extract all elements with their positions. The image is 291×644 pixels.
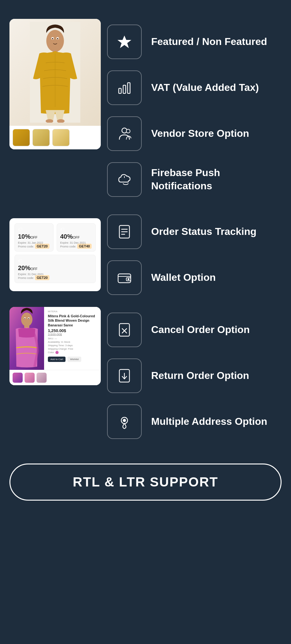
promo-discount-3: 20%OFF: [18, 264, 92, 272]
feature-label-return-order: Return Order Option: [151, 369, 249, 382]
svg-point-9: [57, 38, 58, 39]
saree-color: Color:: [48, 351, 97, 354]
kurti-card: [9, 19, 101, 149]
kurti-illustration: [30, 22, 80, 123]
feature-row-featured: Featured / Non Featured: [107, 19, 282, 65]
feature-label-firebase: Firebase Push Notifications: [151, 166, 282, 192]
svg-point-1: [46, 30, 64, 52]
saree-availability: Availability: In Stock: [48, 341, 97, 343]
wishlist-button[interactable]: Wishlist: [67, 357, 81, 362]
feature-label-wallet: Wallet Option: [151, 271, 216, 284]
saree-action-buttons: Add to Cart Wishlist: [48, 357, 97, 362]
promo-code-label-2: Promo code: GET40: [60, 244, 92, 248]
feature-row-vendor: Vendor Store Option: [107, 111, 282, 157]
promo-card: 🏷 10%OFF Expire: 31 Jan 2022 Promo code:…: [9, 218, 101, 291]
featured-icon-box: [107, 25, 142, 59]
bar-chart-icon: [116, 80, 133, 96]
saree-brand: Mitera: [48, 310, 97, 313]
star-icon: [116, 34, 133, 50]
saree-thumb-2[interactable]: [25, 373, 35, 383]
saree-image-area: Mitera Mitera Pink & Gold-Coloured Silk …: [9, 307, 101, 385]
vendor-icon-box: [107, 116, 142, 151]
kurti-thumb-2[interactable]: [32, 129, 50, 146]
feature-row-multiple-address: Multiple Address Option: [107, 399, 282, 445]
promo-item-40: 🏷 40%OFF Expire: 31 Dec 2021 Promo code:…: [57, 223, 96, 252]
saree-thumbnails: [9, 370, 101, 385]
svg-rect-11: [119, 88, 121, 93]
multiple-address-icon-box: [107, 404, 142, 439]
kurti-image-area: [9, 19, 101, 149]
file-download-icon: [116, 368, 133, 384]
promo-discount-2: 40%OFF: [60, 233, 92, 240]
svg-point-36: [123, 419, 126, 422]
cloud-icon: [116, 171, 133, 188]
saree-sku: SKU: —: [48, 337, 97, 340]
saree-title: Mitera Pink & Gold-Coloured Silk Blend W…: [48, 314, 97, 327]
file-x-icon: [116, 322, 133, 338]
kurti-main-image: [9, 19, 101, 126]
kurti-thumb-1[interactable]: [13, 129, 30, 146]
mid-right-features: Order Status Tracking Wallet Option: [107, 209, 282, 301]
feature-label-vat: VAT (Value Added Tax): [151, 81, 259, 94]
cancel-order-icon-box: [107, 313, 142, 347]
svg-point-15: [126, 129, 130, 133]
order-status-icon-box: [107, 214, 142, 249]
saree-product-info: Mitera Mitera Pink & Gold-Coloured Silk …: [44, 307, 101, 370]
bottom-right-features: Cancel Order Option Return Order Option: [107, 307, 282, 445]
feature-label-featured: Featured / Non Featured: [151, 35, 267, 48]
svg-point-28: [25, 318, 26, 319]
saree-illustration: [9, 307, 44, 370]
page-wrapper: Featured / Non Featured VAT (Value Added…: [0, 0, 291, 519]
saree-shipping-time: Shipping Time: 3 days: [48, 344, 97, 347]
feature-label-cancel-order: Cancel Order Option: [151, 323, 250, 336]
firebase-icon-box: [107, 162, 142, 197]
promo-row-1: 🏷 10%OFF Expire: 31 Jan 2022 Promo code:…: [14, 223, 96, 252]
promo-image-area: 🏷 10%OFF Expire: 31 Jan 2022 Promo code:…: [9, 218, 101, 291]
svg-point-22: [128, 279, 129, 280]
kurti-thumb-3[interactable]: [52, 129, 70, 146]
saree-price: 1,250.00$: [48, 328, 97, 333]
feature-label-order-status: Order Status Tracking: [151, 225, 256, 238]
svg-rect-12: [123, 85, 126, 93]
mid-row: 🏷 10%OFF Expire: 31 Jan 2022 Promo code:…: [9, 209, 282, 301]
rtl-button[interactable]: RTL & LTR SUPPORT: [9, 464, 282, 501]
file-text-icon: [116, 224, 133, 240]
saree-price-old: 3,500.00$: [48, 333, 97, 336]
saree-card: Mitera Mitera Pink & Gold-Coloured Silk …: [9, 307, 101, 385]
svg-rect-20: [118, 274, 131, 283]
feature-row-firebase: Firebase Push Notifications: [107, 157, 282, 203]
feature-row-wallet: Wallet Option: [107, 255, 282, 301]
svg-marker-10: [117, 36, 131, 48]
svg-point-24: [21, 313, 32, 326]
promo-expire-3: Expire: 31 Dec 2021: [18, 273, 92, 276]
svg-rect-30: [119, 324, 129, 336]
feature-label-multiple-address: Multiple Address Option: [151, 415, 267, 428]
rtl-button-label: RTL & LTR SUPPORT: [17, 475, 274, 490]
saree-thumb-1[interactable]: [13, 373, 23, 383]
top-row: Featured / Non Featured VAT (Value Added…: [9, 19, 282, 203]
feature-label-vendor: Vendor Store Option: [151, 127, 249, 140]
top-right-features: Featured / Non Featured VAT (Value Added…: [107, 19, 282, 203]
promo-code-label-3: Promo code: GET20: [18, 276, 92, 280]
saree-thumb-3[interactable]: [37, 373, 47, 383]
saree-shipping-charge: Shipping Charge: Free: [48, 347, 97, 350]
users-icon: [116, 125, 133, 142]
svg-rect-13: [128, 83, 130, 93]
feature-row-cancel-order: Cancel Order Option: [107, 307, 282, 353]
map-pin-icon: [116, 414, 133, 430]
return-order-icon-box: [107, 358, 142, 393]
promo-icon-3: 🏷: [18, 258, 92, 263]
promo-discount-1: 10%OFF: [18, 233, 50, 240]
saree-card-inner: Mitera Mitera Pink & Gold-Coloured Silk …: [9, 307, 101, 370]
svg-point-29: [28, 318, 29, 319]
promo-code-label-1: Promo code: GET20: [18, 244, 50, 248]
kurti-thumbnails: [9, 126, 101, 149]
feature-row-order-status: Order Status Tracking: [107, 209, 282, 255]
feature-row-vat: VAT (Value Added Tax): [107, 65, 282, 111]
feature-row-return-order: Return Order Option: [107, 353, 282, 399]
promo-item-10: 🏷 10%OFF Expire: 31 Jan 2022 Promo code:…: [14, 223, 54, 252]
promo-icon-2: 🏷: [60, 227, 92, 232]
main-content: Featured / Non Featured VAT (Value Added…: [9, 19, 282, 501]
vat-icon-box: [107, 70, 142, 105]
add-to-cart-button[interactable]: Add to Cart: [48, 357, 66, 362]
